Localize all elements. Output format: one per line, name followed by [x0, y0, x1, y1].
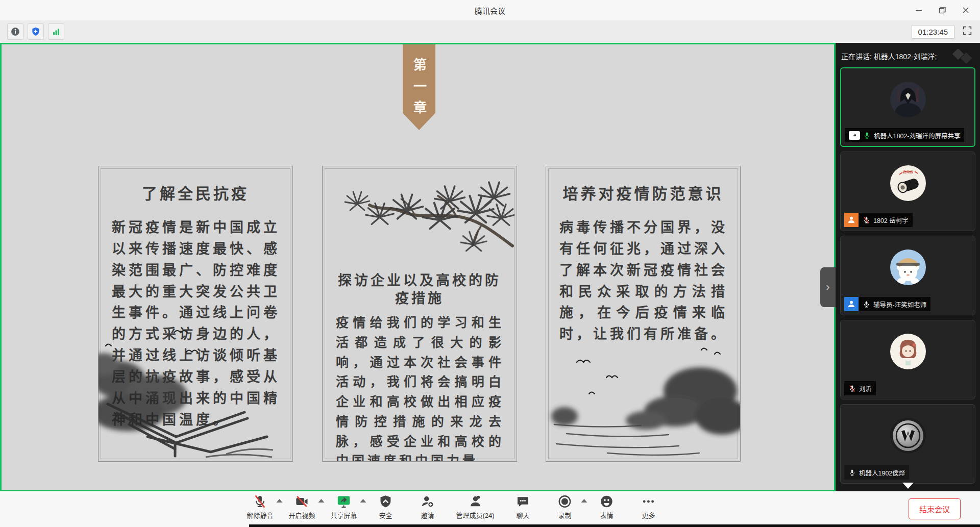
participant-name: 1802 岳柯宇: [873, 215, 909, 225]
panel-1-body: 新冠疫情是新中国成立以来传播速度最快、感染范围最广、防控难度最大的重大突发公共卫…: [112, 217, 280, 430]
button-label: 更多: [642, 510, 655, 520]
avatar: [890, 418, 926, 454]
meeting-status-bar: 01:23:45: [0, 20, 980, 43]
title-bar: 腾讯会议: [0, 0, 980, 20]
role-badge-orange: [844, 213, 859, 227]
members-icon: [468, 494, 482, 509]
screen-share-icon: [849, 131, 860, 140]
network-security-shield-icon: [31, 27, 41, 37]
button-label: 安全: [379, 510, 392, 520]
slide-panel-3: 培养对疫情防范意识 病毒传播不分国界，没有任何征兆，通过深入了解本次新冠疫情社会…: [546, 166, 741, 462]
mic-on-icon: [863, 132, 871, 139]
panel-2-title: 探访企业以及高校的防疫措施: [332, 271, 507, 307]
fullscreen-button[interactable]: [962, 25, 973, 38]
button-label: 开启视频: [288, 510, 315, 520]
network-security-button[interactable]: [28, 23, 44, 40]
smiley-icon: [600, 494, 614, 509]
avatar: [890, 82, 926, 117]
participant-name: 刘沂: [859, 384, 872, 393]
window-title: 腾讯会议: [475, 5, 505, 16]
signal-bars-icon: [51, 27, 61, 37]
reactions-button[interactable]: 表情: [594, 494, 620, 520]
mic-muted-icon: [253, 494, 267, 509]
share-screen-icon: [336, 494, 351, 509]
collapse-sidebar-button[interactable]: ›: [820, 267, 836, 307]
chapter-ribbon: 第一章: [403, 44, 435, 130]
mic-on-icon: [863, 300, 870, 308]
chapter-ribbon-text: 第一章: [410, 58, 429, 130]
video-options-caret[interactable]: [318, 499, 324, 503]
participant-label: 机器人1902侯烨: [844, 465, 909, 480]
mic-on-icon: [848, 469, 856, 476]
chat-bubble-icon: [516, 494, 530, 509]
record-options-caret[interactable]: [581, 499, 587, 503]
manage-members-button[interactable]: 管理成员(24): [456, 494, 494, 520]
share-screen-button[interactable]: 共享屏幕: [330, 494, 357, 520]
participant-name: 机器人1902侯烨: [859, 468, 905, 478]
participants-sidebar: 正在讲话: 机器人1802-刘瑞洋;: [836, 43, 980, 491]
shared-screen-view: 第一章 了解全民抗疫 新冠疫情是新中国成立以来传播速度最快、感染范围最广、防控难…: [0, 43, 836, 491]
participant-tile[interactable]: 辅导员-汪笑如老师: [840, 236, 975, 315]
button-label: 邀请: [421, 510, 434, 520]
avatar: 西南西: [890, 165, 926, 201]
participant-tile[interactable]: 刘沂: [840, 320, 975, 399]
button-label: 解除静音: [247, 510, 273, 520]
now-speaking-text: 正在讲话: 机器人1802-刘瑞洋;: [841, 53, 937, 61]
role-badge-blue: [844, 297, 859, 311]
participant-tile[interactable]: 机器人1902侯烨: [840, 404, 975, 484]
meeting-toolbar: 解除静音 开启视频 共享屏幕: [0, 491, 980, 527]
network-signal-button[interactable]: [48, 23, 64, 40]
end-meeting-button[interactable]: 结束会议: [909, 498, 961, 519]
button-label: 聊天: [517, 510, 530, 520]
restore-button[interactable]: [932, 2, 952, 18]
button-label: 录制: [558, 510, 572, 520]
participant-label: 刘沂: [844, 381, 876, 395]
slide-panel-2: 探访企业以及高校的防疫措施 疫情给我们的学习和生活都造成了很大的影响，通过本次社…: [322, 166, 517, 462]
panel-3-title: 培养对疫情防范意识: [555, 184, 731, 204]
mic-options-caret[interactable]: [276, 499, 282, 503]
chat-button[interactable]: 聊天: [510, 494, 536, 520]
ink-painting-landscape: [546, 344, 740, 461]
more-dots-icon: [642, 494, 656, 509]
meeting-timer: 01:23:45: [912, 25, 954, 39]
stage: 第一章 了解全民抗疫 新冠疫情是新中国成立以来传播速度最快、感染范围最广、防控难…: [0, 43, 980, 491]
tencent-meeting-window: 腾讯会议: [0, 0, 980, 527]
slide-panel-1: 了解全民抗疫 新冠疫情是新中国成立以来传播速度最快、感染范围最广、防控难度最大的…: [98, 166, 293, 462]
now-speaking-banner: 正在讲话: 机器人1802-刘瑞洋;: [840, 49, 975, 67]
security-shield-icon: [378, 494, 393, 509]
more-button[interactable]: 更多: [635, 494, 662, 520]
panel-1-title: 了解全民抗疫: [108, 184, 283, 204]
avatar: [890, 334, 926, 369]
close-button[interactable]: [955, 2, 976, 18]
meeting-info-button[interactable]: [7, 23, 23, 40]
start-video-button[interactable]: 开启视频: [288, 494, 315, 520]
camera-off-icon: [295, 494, 309, 509]
taskbar-edge: [249, 524, 980, 527]
unmute-button[interactable]: 解除静音: [247, 494, 273, 520]
participant-label: 机器人1802-刘瑞洋的屏幕共享: [845, 128, 964, 142]
invite-button[interactable]: 邀请: [414, 494, 440, 520]
mic-muted-icon: [863, 216, 870, 224]
minimize-button[interactable]: [909, 2, 929, 18]
button-label: 共享屏幕: [330, 510, 357, 520]
panel-2-body: 疫情给我们的学习和生活都造成了很大的影响，通过本次社会事件活动，我们将会搞明白企…: [336, 313, 504, 462]
window-controls: [909, 0, 976, 20]
fullscreen-icon: [962, 25, 973, 36]
avatar: [890, 249, 926, 285]
ink-painting-pine-branch: [323, 169, 514, 271]
participant-name: 辅导员-汪笑如老师: [873, 299, 926, 309]
svg-text:西南西: 西南西: [902, 169, 913, 174]
panel-3-body: 病毒传播不分国界，没有任何征兆，通过深入了解本次新冠疫情社会和民众采取的方法措施…: [559, 217, 728, 345]
button-label: 表情: [600, 510, 614, 520]
mic-muted-icon: [848, 385, 856, 392]
participant-label: 1802 岳柯宇: [844, 213, 913, 227]
participant-tile[interactable]: 机器人1802-刘瑞洋的屏幕共享: [840, 67, 975, 147]
chevron-right-icon: ›: [826, 282, 829, 293]
participant-tile[interactable]: 西南西 1802 岳柯宇: [840, 152, 975, 231]
security-button[interactable]: 安全: [372, 494, 399, 520]
share-options-caret[interactable]: [360, 499, 366, 503]
participant-name: 机器人1802-刘瑞洋的屏幕共享: [874, 131, 960, 140]
scroll-down-arrow[interactable]: [902, 483, 914, 489]
participant-label: 辅导员-汪笑如老师: [844, 297, 930, 311]
record-button[interactable]: 录制: [552, 494, 578, 520]
